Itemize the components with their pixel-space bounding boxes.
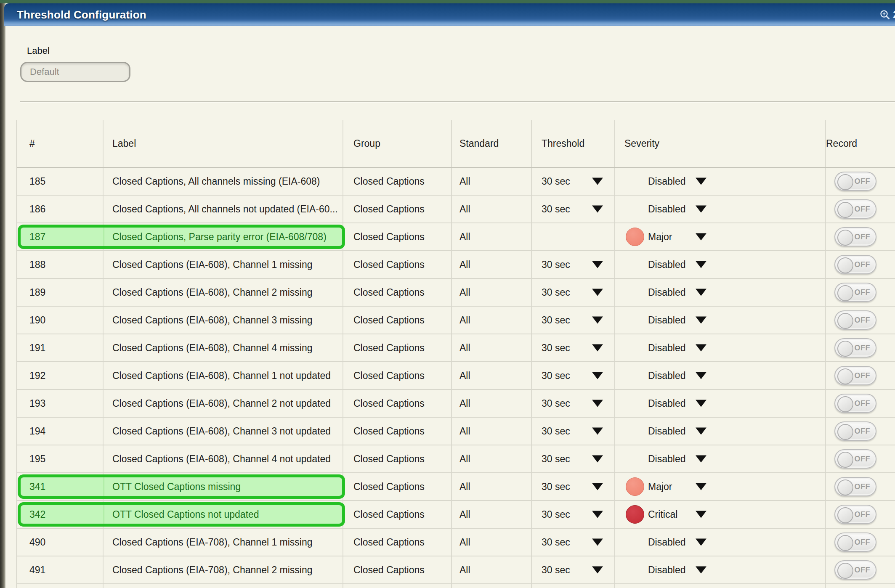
row-label-cell: Closed Captions (EIA-608), Channel 3 mis… [104, 307, 343, 334]
severity-major-dot-icon [626, 228, 644, 246]
record-toggle-knob[interactable] [837, 452, 853, 468]
threshold-dropdown-arrow-icon[interactable] [592, 261, 603, 268]
table-row-partial [17, 584, 895, 588]
severity-dropdown-arrow-icon[interactable] [696, 317, 706, 324]
record-toggle[interactable]: OFF [834, 172, 876, 191]
record-toggle-knob[interactable] [837, 563, 853, 579]
record-toggle-knob[interactable] [837, 174, 853, 190]
row-threshold-cell: 30 sec [532, 334, 615, 361]
record-toggle-knob[interactable] [837, 368, 853, 384]
record-toggle[interactable]: OFF [834, 421, 876, 441]
severity-dropdown-arrow-icon[interactable] [696, 344, 706, 352]
magnifier-plus-icon[interactable] [879, 9, 891, 21]
severity-dropdown-arrow-icon[interactable] [696, 567, 706, 574]
zoom-control[interactable]: 2 [879, 3, 895, 26]
row-threshold-cell: 30 sec [532, 556, 615, 583]
record-toggle-knob[interactable] [837, 313, 853, 329]
severity-dropdown-arrow-icon[interactable] [696, 428, 706, 435]
row-threshold-cell: 30 sec [532, 196, 615, 222]
severity-dropdown-arrow-icon[interactable] [696, 511, 706, 518]
empty-cell [17, 584, 104, 588]
table-body: 185Closed Captions, All channels missing… [17, 168, 895, 588]
record-toggle[interactable]: OFF [834, 310, 876, 330]
threshold-dropdown-arrow-icon[interactable] [592, 511, 603, 518]
severity-dropdown-arrow-icon[interactable] [696, 261, 706, 268]
window-left-edge [0, 0, 5, 588]
row-threshold-cell: 30 sec [532, 418, 615, 445]
label-field-caption: Label [27, 45, 50, 56]
record-toggle[interactable]: OFF [834, 338, 876, 358]
row-record-cell: OFF [826, 251, 895, 278]
record-toggle[interactable]: OFF [834, 449, 876, 469]
severity-dropdown-arrow-icon[interactable] [696, 539, 706, 546]
record-toggle-knob[interactable] [837, 257, 853, 273]
empty-cell [104, 584, 343, 588]
severity-value: Disabled [648, 176, 686, 187]
threshold-dropdown-arrow-icon[interactable] [592, 539, 603, 546]
threshold-dropdown-arrow-icon[interactable] [592, 567, 603, 574]
severity-dropdown-arrow-icon[interactable] [696, 372, 706, 379]
row-severity-cell: Disabled [615, 556, 826, 583]
record-toggle[interactable]: OFF [834, 532, 876, 552]
record-toggle-state-label: OFF [855, 478, 871, 495]
record-toggle[interactable]: OFF [834, 283, 876, 302]
severity-dropdown-arrow-icon[interactable] [696, 289, 706, 296]
highlight-column-divider [104, 228, 104, 246]
record-toggle-knob[interactable] [837, 507, 853, 523]
row-record-cell: OFF [826, 501, 895, 528]
record-toggle[interactable]: OFF [834, 366, 876, 385]
record-toggle-knob[interactable] [837, 424, 853, 440]
severity-dropdown-arrow-icon[interactable] [696, 206, 706, 213]
record-toggle[interactable]: OFF [834, 394, 876, 413]
column-header-record: Record [826, 120, 895, 167]
row-label-cell: Closed Captions (EIA-608), Channel 1 not… [104, 362, 343, 389]
threshold-dropdown-arrow-icon[interactable] [592, 456, 603, 463]
severity-value: Disabled [648, 564, 686, 576]
row-number-highlighted: 187 [29, 231, 45, 243]
severity-dropdown-arrow-icon[interactable] [696, 456, 706, 463]
table-row: 195Closed Captions (EIA-608), Channel 4 … [17, 445, 895, 473]
row-label-cell: Closed Captions, All channels not update… [104, 196, 343, 222]
threshold-dropdown-arrow-icon[interactable] [592, 372, 603, 379]
threshold-dropdown-arrow-icon[interactable] [592, 344, 603, 352]
record-toggle[interactable]: OFF [834, 560, 876, 580]
threshold-dropdown-arrow-icon[interactable] [592, 317, 603, 324]
severity-dropdown-arrow-icon[interactable] [696, 483, 706, 490]
severity-value: Disabled [648, 398, 686, 409]
record-toggle[interactable]: OFF [834, 199, 876, 219]
record-toggle-knob[interactable] [837, 285, 853, 301]
record-toggle-knob[interactable] [837, 396, 853, 412]
record-toggle[interactable]: OFF [834, 477, 876, 496]
record-toggle-knob[interactable] [837, 479, 853, 495]
row-standard-cell: All [452, 168, 532, 195]
record-toggle-knob[interactable] [837, 535, 853, 551]
threshold-dropdown-arrow-icon[interactable] [592, 289, 603, 296]
record-toggle[interactable]: OFF [834, 255, 876, 274]
threshold-dropdown-arrow-icon[interactable] [592, 178, 603, 185]
column-header-severity: Severity [615, 120, 826, 167]
table-row: 193Closed Captions (EIA-608), Channel 2 … [17, 390, 895, 418]
row-standard-cell: All [452, 223, 532, 250]
record-toggle[interactable]: OFF [834, 227, 876, 246]
severity-dropdown-arrow-icon[interactable] [696, 233, 706, 241]
threshold-value: 30 sec [542, 426, 570, 437]
record-toggle-knob[interactable] [837, 341, 853, 357]
severity-dropdown-arrow-icon[interactable] [696, 400, 706, 407]
highlighted-row-box: 187Closed Captions, Parse parity error (… [18, 225, 345, 249]
row-group-cell: Closed Captions [343, 390, 452, 417]
threshold-dropdown-arrow-icon[interactable] [592, 483, 603, 490]
row-number-cell: 185 [17, 168, 104, 195]
threshold-dropdown-arrow-icon[interactable] [592, 428, 603, 435]
highlight-column-divider [104, 477, 104, 496]
threshold-dropdown-arrow-icon[interactable] [592, 206, 603, 213]
row-label-cell: Closed Captions (EIA-608), Channel 2 not… [104, 390, 343, 417]
record-toggle[interactable]: OFF [834, 505, 876, 524]
label-input[interactable] [20, 62, 130, 82]
record-toggle-knob[interactable] [837, 202, 853, 218]
severity-dropdown-arrow-icon[interactable] [696, 178, 706, 185]
row-record-cell: OFF [826, 279, 895, 306]
threshold-value: 30 sec [542, 259, 570, 270]
row-standard-cell: All [452, 529, 532, 556]
record-toggle-knob[interactable] [837, 230, 853, 246]
threshold-dropdown-arrow-icon[interactable] [592, 400, 603, 407]
